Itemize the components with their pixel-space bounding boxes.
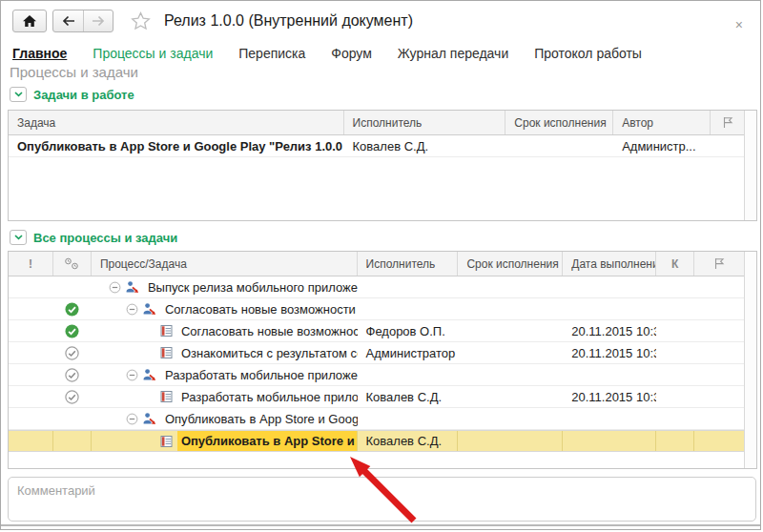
favorite-star-button[interactable] (131, 11, 151, 31)
column-header-executor[interactable]: Исполнитель (358, 252, 459, 276)
collapse-processes-button[interactable] (10, 230, 27, 245)
table-row[interactable]: Опубликовать в App Store и Google Play "… (9, 135, 744, 157)
task-state-icon (64, 257, 79, 270)
importance-cell (9, 408, 53, 429)
chevron-down-icon (14, 92, 23, 97)
all-processes-table: ! Процесс/Задача Исполнитель Срок исполн… (8, 251, 757, 469)
column-header-executor[interactable]: Исполнитель (344, 111, 506, 134)
column-header-importance[interactable]: ! (9, 252, 53, 276)
due-cell (458, 431, 563, 451)
table-row[interactable]: Разработать мобильное приложе...Ковалев … (9, 386, 744, 408)
flag-cell (694, 386, 744, 407)
due-cell (458, 298, 563, 319)
done-date-cell (563, 298, 656, 319)
state-cell (53, 276, 92, 297)
nav-history-group (52, 10, 113, 32)
business-process-icon (142, 412, 156, 426)
tasks-in-progress-header: Задачи в работе (10, 87, 134, 102)
comment-section (8, 477, 756, 522)
tree-collapse-icon[interactable] (126, 413, 138, 425)
done-date-cell: 20.11.2015 10:39 (563, 320, 656, 341)
process-name: Согласовать новые возможности "Р... (161, 299, 358, 319)
tasks-table-header: Задача Исполнитель Срок исполнения Автор (9, 111, 744, 135)
table-row[interactable]: Согласовать новые возможности "Р... (9, 298, 744, 320)
table-row[interactable]: Выпуск релиза мобильного приложения (9, 276, 744, 298)
column-header-due[interactable]: Срок исполнения (505, 111, 613, 134)
page-title: Процессы и задачи (10, 64, 138, 80)
tasks-table-scrollbar[interactable] (744, 111, 756, 220)
author-cell: Администр... (613, 135, 711, 156)
due-cell (458, 342, 563, 363)
table-row[interactable]: Разработать мобильное приложение... (9, 364, 744, 386)
executor-cell: Федоров О.П. (358, 320, 459, 341)
column-header-done-date[interactable]: Дата выполнения (563, 252, 656, 276)
column-header-state[interactable] (53, 252, 92, 276)
tab-correspondence[interactable]: Переписка (238, 46, 305, 61)
process-task-name-cell: Выпуск релиза мобильного приложения (92, 276, 358, 297)
process-name: Разработать мобильное приложение... (161, 365, 358, 385)
state-cell (53, 320, 92, 341)
tab-processes-and-tasks[interactable]: Процессы и задачи (93, 46, 213, 61)
tab-work-protocol[interactable]: Протокол работы (534, 46, 642, 61)
business-process-icon (142, 302, 156, 317)
task-icon (160, 346, 173, 359)
state-cell (53, 408, 92, 429)
table-row[interactable]: Ознакомиться с результатом сог...Админис… (9, 342, 744, 364)
task-name: Опубликовать в App Store и G... (177, 431, 358, 451)
tree-collapse-icon[interactable] (126, 303, 138, 316)
task-icon (160, 324, 173, 338)
processes-table-scrollbar[interactable] (744, 252, 756, 468)
k-cell (656, 408, 694, 429)
task-icon (160, 435, 173, 448)
task-name: Ознакомиться с результатом сог... (177, 343, 358, 363)
column-header-k[interactable]: К (656, 252, 694, 276)
table-row[interactable]: Согласовать новые возможности...Федоров … (9, 320, 744, 342)
collapse-tasks-button[interactable] (10, 87, 27, 102)
window-bottom-frame (1, 524, 760, 526)
tab-main[interactable]: Главное (12, 46, 67, 61)
back-button[interactable] (53, 10, 83, 31)
column-header-process-task[interactable]: Процесс/Задача (92, 252, 358, 276)
importance-cell (9, 431, 53, 451)
state-cell (53, 431, 92, 451)
forward-button[interactable] (83, 10, 113, 31)
column-header-flag[interactable] (694, 252, 744, 276)
business-process-icon (142, 368, 156, 382)
column-header-due[interactable]: Срок исполнения (458, 252, 563, 276)
all-processes-title[interactable]: Все процессы и задачи (33, 231, 177, 245)
tasks-in-progress-title[interactable]: Задачи в работе (33, 88, 134, 102)
column-header-task[interactable]: Задача (9, 111, 344, 134)
flag-cell (694, 342, 744, 363)
executor-cell: Ковалев С.Д. (358, 386, 459, 407)
column-header-author[interactable]: Автор (613, 111, 711, 134)
column-header-flag[interactable] (711, 111, 744, 134)
importance-cell (9, 364, 53, 385)
importance-cell (9, 298, 53, 319)
check-completed-grey-icon (65, 368, 79, 382)
done-date-cell (563, 276, 656, 297)
tab-forum[interactable]: Форум (331, 46, 372, 61)
executor-cell (358, 276, 459, 297)
importance-cell (9, 320, 53, 341)
selected-table-row[interactable]: Опубликовать в App Store и G...Ковалев С… (9, 430, 744, 452)
executor-cell: Ковалев С.Д. (344, 135, 506, 156)
close-button[interactable]: × (732, 15, 747, 34)
k-cell (656, 320, 694, 341)
executor-cell: Ковалев С.Д. (358, 431, 459, 451)
business-process-icon (125, 280, 139, 295)
process-task-name-cell: Согласовать новые возможности... (92, 320, 358, 341)
window-title: Релиз 1.0.0 (Внутренний документ) (164, 12, 413, 30)
task-name-cell: Опубликовать в App Store и Google Play "… (9, 135, 344, 156)
tree-collapse-icon[interactable] (126, 369, 138, 381)
k-cell (656, 386, 694, 407)
k-cell (656, 298, 694, 319)
executor-cell: Администратор (358, 342, 459, 363)
tree-collapse-icon[interactable] (109, 281, 121, 294)
check-done-icon (65, 302, 79, 317)
tab-transfer-log[interactable]: Журнал передачи (398, 46, 508, 61)
comment-input[interactable] (8, 477, 756, 522)
home-button[interactable] (12, 10, 47, 32)
k-cell (656, 364, 694, 385)
table-row[interactable]: Опубликовать в App Store и Google ... (9, 408, 744, 430)
tab-bar: ГлавноеПроцессы и задачиПерепискаФорумЖу… (12, 46, 642, 61)
